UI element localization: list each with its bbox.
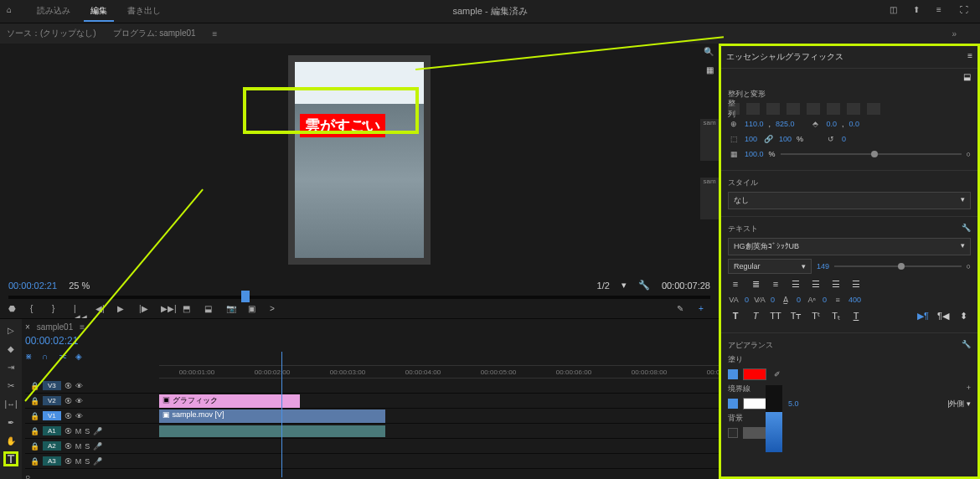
distribute-icon[interactable]: [867, 103, 880, 115]
text-align-right-icon[interactable]: ≡: [768, 277, 783, 291]
text-justify-last-right-icon[interactable]: ☰: [848, 277, 864, 291]
leading[interactable]: 400: [848, 296, 861, 304]
anchor-x[interactable]: 0.0: [827, 120, 838, 128]
align-top-icon[interactable]: [807, 103, 820, 115]
workspace-export[interactable]: 書き出し: [121, 2, 168, 22]
workspace-edit[interactable]: 編集: [84, 2, 114, 22]
opacity-slider[interactable]: [781, 153, 962, 155]
program-label[interactable]: プログラム: sample01: [113, 28, 196, 39]
align-left-icon[interactable]: [746, 103, 760, 115]
magnet-icon[interactable]: ∩: [42, 352, 54, 363]
underline-icon[interactable]: T: [848, 309, 864, 322]
fullscreen-icon[interactable]: ⛶: [960, 5, 973, 18]
extract-icon[interactable]: ⬓: [204, 304, 216, 316]
track-v1[interactable]: V1: [43, 411, 61, 420]
zoom-level[interactable]: 25 %: [69, 281, 90, 291]
mic-icon[interactable]: 🎤: [93, 427, 102, 435]
text-justify-last-left-icon[interactable]: ☰: [808, 277, 823, 291]
tatechuyoko-icon[interactable]: ⬍: [956, 309, 971, 322]
clip-audio-1[interactable]: [159, 425, 385, 437]
pen-tool[interactable]: ✒: [3, 415, 18, 430]
text-wrench-icon[interactable]: 🔧: [962, 224, 971, 232]
rtl-icon[interactable]: ¶◀: [936, 309, 951, 322]
workspace-import[interactable]: 読み込み: [30, 2, 77, 22]
track-a1[interactable]: A1: [43, 426, 61, 435]
rotation[interactable]: 0: [842, 135, 846, 143]
timecode-current[interactable]: 00:00:02:21: [8, 281, 57, 291]
eye-icon[interactable]: 👁: [75, 382, 83, 390]
align-bottom-icon[interactable]: [847, 103, 860, 115]
hscroll-out-icon[interactable]: ○: [25, 472, 30, 479]
close-seq-icon[interactable]: ×: [25, 322, 30, 332]
track-select-tool[interactable]: ◆: [3, 341, 18, 356]
anchor-y[interactable]: 0.0: [849, 120, 860, 128]
marker-add-icon[interactable]: ◈: [75, 352, 87, 363]
scale-v[interactable]: 100: [745, 135, 757, 143]
playhead[interactable]: [241, 291, 250, 302]
font-style-dropdown[interactable]: Regular▾: [728, 259, 812, 274]
more-icon[interactable]: >: [270, 304, 281, 316]
mark-out-icon[interactable]: }: [52, 304, 64, 316]
opacity-val[interactable]: 100.0: [745, 150, 764, 158]
track-v3[interactable]: V3: [43, 381, 61, 390]
link-scale-icon[interactable]: 🔗: [762, 133, 774, 145]
razor-tool[interactable]: ✂: [3, 378, 18, 393]
sidebar-tab-1[interactable]: sam: [700, 119, 719, 161]
go-out-icon[interactable]: ▶▶|: [161, 304, 173, 316]
slip-tool[interactable]: |↔|: [3, 396, 18, 411]
superscript-icon[interactable]: Tᵗ: [808, 309, 823, 322]
fill-eyedrop-icon[interactable]: ✐: [771, 368, 783, 380]
snap-icon[interactable]: ⋇: [25, 352, 37, 363]
fill-checkbox[interactable]: [728, 369, 738, 379]
text-justify-last-center-icon[interactable]: ☰: [828, 277, 843, 291]
align-hcenter-icon[interactable]: [766, 103, 780, 115]
menu-icon[interactable]: ≡: [936, 5, 950, 18]
subscript-icon[interactable]: Tₜ: [828, 309, 843, 322]
new-window-icon[interactable]: ◫: [890, 5, 903, 18]
opacity-handle-icon[interactable]: ○: [967, 150, 971, 158]
align-right-icon[interactable]: [787, 103, 800, 115]
pos-x[interactable]: 110.0: [745, 120, 764, 128]
monitor-settings-icon[interactable]: ▦: [706, 65, 714, 75]
track-a2[interactable]: A2: [43, 441, 61, 451]
pos-y[interactable]: 825.0: [776, 120, 795, 128]
wrench-icon[interactable]: 🔧: [638, 280, 650, 291]
add-stroke-icon[interactable]: +: [967, 384, 971, 392]
bold-icon[interactable]: T: [728, 309, 743, 322]
time-ruler[interactable]: 00:00:01:00 00:00:02:00 00:00:03:00 00:0…: [159, 365, 762, 379]
metric-va2[interactable]: 0: [771, 296, 775, 304]
play-icon[interactable]: ▶: [117, 304, 129, 316]
smallcaps-icon[interactable]: Tᴛ: [788, 309, 803, 322]
hand-tool[interactable]: ✋: [3, 433, 18, 448]
panel-expand-icon[interactable]: »: [952, 29, 957, 39]
search-icon[interactable]: 🔍: [704, 47, 714, 56]
font-size-slider[interactable]: [834, 265, 962, 267]
playhead-line[interactable]: [281, 352, 282, 477]
ripple-tool[interactable]: ⇥: [3, 359, 18, 374]
track-a3[interactable]: A3: [43, 456, 61, 466]
add-button-icon[interactable]: +: [699, 304, 710, 316]
stroke-pos-dropdown[interactable]: 外側: [949, 399, 964, 408]
selection-tool[interactable]: ▷: [3, 322, 18, 337]
metric-ah[interactable]: 0: [823, 296, 827, 304]
bg-color-swatch[interactable]: [743, 427, 766, 439]
export-frame-icon[interactable]: 📷: [226, 304, 238, 316]
program-menu-icon[interactable]: ≡: [213, 29, 218, 39]
new-layer-icon[interactable]: ⬓: [963, 72, 971, 81]
text-justify-icon[interactable]: ☰: [788, 277, 803, 291]
go-in-icon[interactable]: |◀◀: [74, 304, 85, 316]
stroke-checkbox[interactable]: [728, 399, 738, 409]
font-family-dropdown[interactable]: HG創英角ｺﾞｼｯｸUB▾: [728, 238, 971, 255]
timeline-timecode[interactable]: 00:00:02:21: [25, 335, 762, 347]
stroke-color-swatch[interactable]: [743, 398, 766, 409]
metric-au[interactable]: 0: [797, 296, 801, 304]
metric-va[interactable]: 0: [745, 296, 749, 304]
scale-h[interactable]: 100: [779, 135, 792, 143]
reset-rotation-icon[interactable]: ↺: [825, 133, 837, 145]
chevron-down-icon[interactable]: ▾: [622, 280, 627, 291]
align-vcenter-icon[interactable]: [827, 103, 840, 115]
clip-video[interactable]: ▣ sample.mov [V]: [159, 409, 385, 423]
pencil-icon[interactable]: ✎: [677, 304, 689, 316]
font-size[interactable]: 149: [817, 262, 829, 270]
type-tool[interactable]: T: [3, 451, 18, 466]
